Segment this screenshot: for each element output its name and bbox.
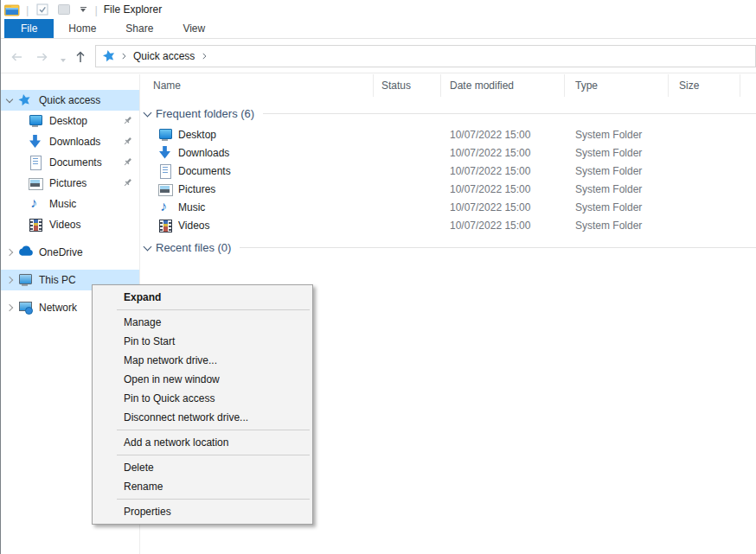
file-date-modified: 10/07/2022 15:00 [441, 129, 565, 141]
file-explorer-logo-icon [4, 2, 20, 17]
menu-item-add-a-network-location[interactable]: Add a network location [93, 433, 312, 452]
pictures-icon [28, 176, 43, 190]
file-type: System Folder [565, 129, 669, 141]
chevron-down-icon[interactable] [6, 96, 13, 103]
tab-view[interactable]: View [168, 19, 220, 38]
chevron-right-icon[interactable] [6, 249, 13, 256]
sidebar-item-pictures[interactable]: Pictures [0, 173, 139, 194]
file-date-modified: 10/07/2022 15:00 [441, 165, 565, 177]
breadcrumb-chevron-icon[interactable] [200, 52, 208, 60]
tab-share[interactable]: Share [111, 19, 168, 38]
sidebar-item-label: Downloads [49, 136, 100, 148]
file-type: System Folder [565, 147, 669, 159]
menu-item-open-in-new-window[interactable]: Open in new window [93, 370, 312, 389]
group-header-frequent-folders[interactable]: Frequent folders (6) [144, 107, 756, 120]
file-date-modified: 10/07/2022 15:00 [441, 147, 565, 159]
menu-item-delete[interactable]: Delete [93, 458, 312, 477]
sidebar-item-label: Network [39, 302, 77, 314]
quick-access-star-icon [17, 93, 33, 107]
desktop-icon [28, 114, 43, 128]
chevron-right-icon[interactable] [6, 277, 13, 283]
chevron-right-icon[interactable] [6, 304, 13, 311]
file-row-pictures[interactable]: Pictures 10/07/2022 15:00 System Folder [140, 180, 756, 198]
file-name: Videos [178, 220, 209, 232]
titlebar-separator: | [94, 3, 97, 16]
pin-icon [123, 116, 132, 128]
file-row-desktop[interactable]: Desktop 10/07/2022 15:00 System Folder [140, 125, 756, 143]
menu-item-map-network-drive[interactable]: Map network drive... [93, 351, 312, 370]
file-row-music[interactable]: Music 10/07/2022 15:00 System Folder [140, 198, 756, 216]
pin-icon [123, 178, 132, 190]
menu-separator [117, 309, 310, 310]
music-icon [157, 201, 173, 214]
sidebar-item-quick-access[interactable]: Quick access [0, 90, 139, 111]
tab-home[interactable]: Home [54, 19, 111, 38]
sidebar-item-videos[interactable]: Videos [0, 214, 139, 235]
pin-icon [123, 157, 132, 169]
column-header-date-modified[interactable]: Date modified [441, 74, 565, 97]
chevron-down-icon [144, 242, 152, 251]
sidebar-item-desktop[interactable]: Desktop [0, 111, 139, 131]
onedrive-cloud-icon [17, 245, 33, 259]
file-row-videos[interactable]: Videos 10/07/2022 15:00 System Folder [140, 216, 756, 234]
recent-locations-caret-icon[interactable] [55, 53, 71, 68]
menu-separator [117, 430, 310, 430]
qat-customize-caret-icon[interactable] [78, 7, 88, 12]
window-border [0, 0, 1, 554]
pin-icon [123, 137, 132, 149]
file-date-modified: 10/07/2022 15:00 [441, 220, 565, 232]
file-type: System Folder [565, 201, 669, 213]
network-icon [17, 301, 33, 315]
tab-file[interactable]: File [4, 19, 54, 38]
group-header-rule [263, 113, 756, 114]
sidebar-item-documents[interactable]: Documents [0, 152, 139, 173]
column-header-status[interactable]: Status [374, 74, 441, 97]
file-type: System Folder [565, 183, 669, 195]
sidebar-item-downloads[interactable]: Downloads [0, 131, 139, 152]
group-header-rule [240, 247, 756, 248]
group-header-label: Recent files (0) [156, 241, 231, 254]
column-headers: Name Status Date modified Type Size [140, 74, 756, 97]
file-row-documents[interactable]: Documents 10/07/2022 15:00 System Folder [140, 162, 756, 180]
back-button[interactable] [9, 49, 24, 65]
column-header-name[interactable]: Name [140, 74, 374, 97]
menu-item-manage[interactable]: Manage [93, 313, 312, 332]
file-date-modified: 10/07/2022 15:00 [441, 201, 565, 213]
sidebar-item-onedrive[interactable]: OneDrive [0, 242, 139, 263]
file-row-downloads[interactable]: Downloads 10/07/2022 15:00 System Folder [140, 143, 756, 162]
group-header-recent-files[interactable]: Recent files (0) [144, 241, 756, 254]
quick-access-star-icon [102, 49, 116, 63]
column-header-type[interactable]: Type [565, 74, 669, 97]
group-header-label: Frequent folders (6) [156, 107, 254, 120]
qat-new-folder-button[interactable] [56, 2, 72, 17]
qat-properties-button[interactable] [35, 2, 50, 17]
file-name: Documents [178, 165, 231, 177]
desktop-icon [157, 128, 173, 142]
forward-button[interactable] [35, 49, 50, 65]
sidebar-item-label: Music [49, 198, 76, 210]
sidebar-item-music[interactable]: Music [0, 194, 139, 214]
downloads-icon [157, 146, 173, 160]
menu-item-disconnect-network-drive[interactable]: Disconnect network drive... [93, 408, 312, 427]
title-bar: | | File Explorer [0, 0, 756, 19]
menu-item-pin-to-start[interactable]: Pin to Start [93, 332, 312, 351]
menu-item-rename[interactable]: Rename [93, 477, 312, 496]
this-pc-icon [17, 273, 33, 287]
videos-icon [28, 218, 43, 232]
chevron-down-icon [144, 108, 152, 117]
file-name: Music [178, 201, 205, 213]
menu-item-expand[interactable]: Expand [93, 288, 312, 307]
navigation-bar: Quick access [0, 39, 756, 73]
breadcrumb-chevron-icon[interactable] [119, 52, 128, 60]
menu-item-pin-to-quick-access[interactable]: Pin to Quick access [93, 389, 312, 408]
file-date-modified: 10/07/2022 15:00 [441, 183, 565, 195]
address-bar[interactable]: Quick access [95, 45, 756, 67]
file-name: Pictures [178, 183, 215, 195]
up-button[interactable] [73, 49, 88, 65]
menu-item-properties[interactable]: Properties [93, 502, 312, 521]
sidebar-item-label: Quick access [39, 94, 100, 106]
ribbon-tabs: File Home Share View [0, 19, 756, 39]
videos-icon [157, 219, 173, 232]
column-header-size[interactable]: Size [669, 74, 740, 97]
breadcrumb-location[interactable]: Quick access [131, 50, 196, 62]
